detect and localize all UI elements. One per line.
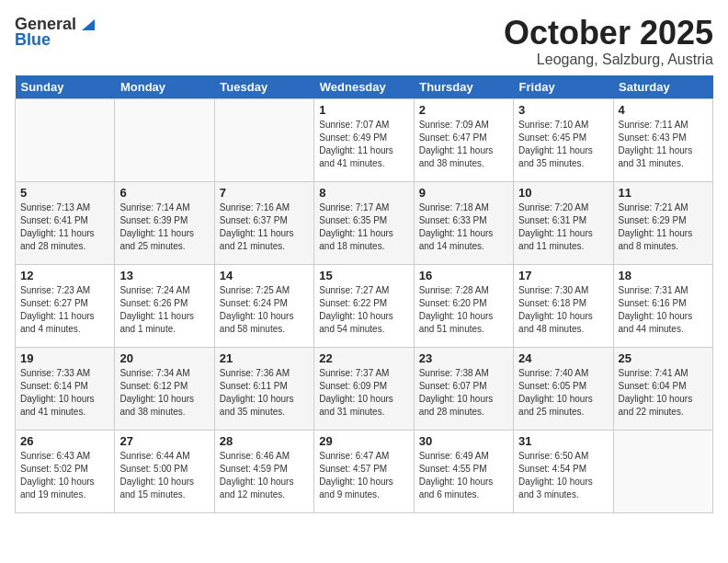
cell-details: Sunrise: 7:11 AMSunset: 6:43 PMDaylight:… — [619, 119, 708, 170]
calendar-cell: 9Sunrise: 7:18 AMSunset: 6:33 PMDaylight… — [414, 181, 513, 264]
cell-details: Sunrise: 7:21 AMSunset: 6:29 PMDaylight:… — [619, 201, 708, 253]
calendar-cell: 12Sunrise: 7:23 AMSunset: 6:27 PMDayligh… — [16, 264, 115, 347]
calendar-cell: 4Sunrise: 7:11 AMSunset: 6:43 PMDaylight… — [613, 98, 712, 181]
day-number: 20 — [119, 351, 209, 365]
day-number: 28 — [220, 434, 309, 448]
cell-details: Sunrise: 6:46 AMSunset: 4:59 PMDaylight:… — [220, 450, 309, 501]
calendar-week-row: 1Sunrise: 7:07 AMSunset: 6:49 PMDaylight… — [16, 98, 713, 181]
calendar-week-row: 19Sunrise: 7:33 AMSunset: 6:14 PMDayligh… — [16, 347, 713, 430]
cell-details: Sunrise: 7:07 AMSunset: 6:49 PMDaylight:… — [319, 119, 408, 170]
calendar-cell: 5Sunrise: 7:13 AMSunset: 6:41 PMDaylight… — [16, 181, 115, 264]
calendar-week-row: 12Sunrise: 7:23 AMSunset: 6:27 PMDayligh… — [16, 264, 713, 347]
calendar-table: SundayMondayTuesdayWednesdayThursdayFrid… — [15, 75, 713, 513]
logo: General Blue — [15, 15, 95, 50]
calendar-cell: 31Sunrise: 6:50 AMSunset: 4:54 PMDayligh… — [514, 430, 613, 512]
day-header-saturday: Saturday — [613, 75, 712, 99]
calendar-cell: 18Sunrise: 7:31 AMSunset: 6:16 PMDayligh… — [613, 264, 712, 347]
calendar-cell: 21Sunrise: 7:36 AMSunset: 6:11 PMDayligh… — [214, 347, 313, 430]
calendar-cell: 13Sunrise: 7:24 AMSunset: 6:26 PMDayligh… — [115, 264, 214, 347]
calendar-cell: 23Sunrise: 7:38 AMSunset: 6:07 PMDayligh… — [414, 347, 513, 430]
cell-details: Sunrise: 7:09 AMSunset: 6:47 PMDaylight:… — [419, 119, 508, 170]
calendar-cell: 26Sunrise: 6:43 AMSunset: 5:02 PMDayligh… — [16, 430, 115, 512]
svg-marker-0 — [82, 19, 95, 30]
day-number: 29 — [319, 434, 408, 448]
cell-details: Sunrise: 7:40 AMSunset: 6:05 PMDaylight:… — [518, 367, 608, 419]
calendar-cell: 7Sunrise: 7:16 AMSunset: 6:37 PMDaylight… — [214, 181, 313, 264]
calendar-cell: 29Sunrise: 6:47 AMSunset: 4:57 PMDayligh… — [314, 430, 414, 512]
calendar-cell — [16, 98, 115, 181]
day-number: 18 — [619, 269, 708, 282]
cell-details: Sunrise: 7:17 AMSunset: 6:35 PMDaylight:… — [319, 201, 408, 253]
logo-blue-text: Blue — [15, 30, 51, 50]
day-header-thursday: Thursday — [414, 75, 513, 99]
cell-details: Sunrise: 7:28 AMSunset: 6:20 PMDaylight:… — [419, 284, 508, 336]
cell-details: Sunrise: 7:30 AMSunset: 6:18 PMDaylight:… — [518, 284, 608, 336]
calendar-cell: 16Sunrise: 7:28 AMSunset: 6:20 PMDayligh… — [414, 264, 513, 347]
day-header-sunday: Sunday — [16, 75, 115, 99]
day-number: 30 — [419, 434, 508, 448]
day-number: 4 — [619, 103, 708, 117]
day-number: 5 — [20, 186, 109, 200]
calendar-cell: 24Sunrise: 7:40 AMSunset: 6:05 PMDayligh… — [514, 347, 613, 430]
day-header-tuesday: Tuesday — [214, 75, 313, 99]
cell-details: Sunrise: 7:34 AMSunset: 6:12 PMDaylight:… — [119, 367, 209, 419]
cell-details: Sunrise: 7:37 AMSunset: 6:09 PMDaylight:… — [319, 367, 408, 419]
day-number: 17 — [518, 269, 608, 282]
cell-details: Sunrise: 7:33 AMSunset: 6:14 PMDaylight:… — [20, 367, 109, 419]
day-number: 16 — [419, 269, 508, 282]
page-header: General Blue October 2025 Leogang, Salzb… — [15, 15, 713, 68]
day-header-friday: Friday — [514, 75, 613, 99]
day-number: 8 — [319, 186, 408, 200]
calendar-cell: 11Sunrise: 7:21 AMSunset: 6:29 PMDayligh… — [613, 181, 712, 264]
cell-details: Sunrise: 7:14 AMSunset: 6:39 PMDaylight:… — [119, 201, 209, 253]
calendar-cell: 6Sunrise: 7:14 AMSunset: 6:39 PMDaylight… — [115, 181, 214, 264]
day-number: 6 — [119, 186, 209, 200]
calendar-week-row: 26Sunrise: 6:43 AMSunset: 5:02 PMDayligh… — [16, 430, 713, 512]
cell-details: Sunrise: 7:31 AMSunset: 6:16 PMDaylight:… — [619, 284, 708, 336]
day-number: 12 — [20, 269, 109, 282]
calendar-cell: 1Sunrise: 7:07 AMSunset: 6:49 PMDaylight… — [314, 98, 414, 181]
calendar-cell: 2Sunrise: 7:09 AMSunset: 6:47 PMDaylight… — [414, 98, 513, 181]
calendar-cell: 25Sunrise: 7:41 AMSunset: 6:04 PMDayligh… — [613, 347, 712, 430]
cell-details: Sunrise: 7:23 AMSunset: 6:27 PMDaylight:… — [20, 284, 109, 336]
cell-details: Sunrise: 6:44 AMSunset: 5:00 PMDaylight:… — [119, 450, 209, 501]
logo-icon — [78, 16, 95, 32]
day-number: 19 — [20, 351, 109, 365]
day-header-wednesday: Wednesday — [314, 75, 414, 99]
cell-details: Sunrise: 7:41 AMSunset: 6:04 PMDaylight:… — [619, 367, 708, 419]
day-number: 9 — [419, 186, 508, 200]
day-number: 23 — [419, 351, 508, 365]
day-header-monday: Monday — [115, 75, 214, 99]
day-number: 3 — [518, 103, 608, 117]
calendar-cell: 17Sunrise: 7:30 AMSunset: 6:18 PMDayligh… — [514, 264, 613, 347]
day-number: 15 — [319, 269, 408, 282]
cell-details: Sunrise: 7:38 AMSunset: 6:07 PMDaylight:… — [419, 367, 508, 419]
day-number: 14 — [220, 269, 309, 282]
cell-details: Sunrise: 6:43 AMSunset: 5:02 PMDaylight:… — [20, 450, 109, 501]
day-number: 10 — [518, 186, 608, 200]
day-number: 27 — [119, 434, 209, 448]
calendar-cell: 30Sunrise: 6:49 AMSunset: 4:55 PMDayligh… — [414, 430, 513, 512]
calendar-cell — [214, 98, 313, 181]
day-number: 31 — [518, 434, 608, 448]
cell-details: Sunrise: 7:20 AMSunset: 6:31 PMDaylight:… — [518, 201, 608, 253]
cell-details: Sunrise: 6:47 AMSunset: 4:57 PMDaylight:… — [319, 450, 408, 501]
cell-details: Sunrise: 7:24 AMSunset: 6:26 PMDaylight:… — [119, 284, 209, 336]
calendar-cell: 20Sunrise: 7:34 AMSunset: 6:12 PMDayligh… — [115, 347, 214, 430]
calendar-cell: 14Sunrise: 7:25 AMSunset: 6:24 PMDayligh… — [214, 264, 313, 347]
cell-details: Sunrise: 7:10 AMSunset: 6:45 PMDaylight:… — [518, 119, 608, 170]
title-block: October 2025 Leogang, Salzburg, Austria — [504, 15, 713, 68]
cell-details: Sunrise: 7:36 AMSunset: 6:11 PMDaylight:… — [220, 367, 309, 419]
calendar-cell — [613, 430, 712, 512]
calendar-header-row: SundayMondayTuesdayWednesdayThursdayFrid… — [16, 75, 713, 99]
cell-details: Sunrise: 7:13 AMSunset: 6:41 PMDaylight:… — [20, 201, 109, 253]
cell-details: Sunrise: 6:49 AMSunset: 4:55 PMDaylight:… — [419, 450, 508, 501]
calendar-cell: 8Sunrise: 7:17 AMSunset: 6:35 PMDaylight… — [314, 181, 414, 264]
calendar-cell: 22Sunrise: 7:37 AMSunset: 6:09 PMDayligh… — [314, 347, 414, 430]
location-subtitle: Leogang, Salzburg, Austria — [504, 52, 713, 68]
cell-details: Sunrise: 7:27 AMSunset: 6:22 PMDaylight:… — [319, 284, 408, 336]
day-number: 11 — [619, 186, 708, 200]
day-number: 7 — [220, 186, 309, 200]
month-title: October 2025 — [504, 15, 713, 52]
day-number: 21 — [220, 351, 309, 365]
